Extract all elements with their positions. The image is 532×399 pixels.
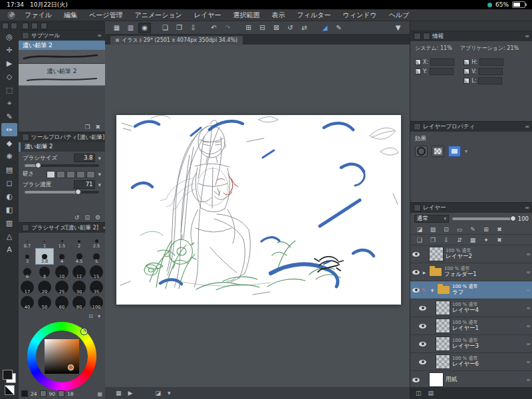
density-slider-knob[interactable] [75,189,81,195]
brush-size-cell[interactable]: 20 [36,279,53,295]
new-layer-folder-icon[interactable]: ❐ [427,235,439,244]
brush-size-cell[interactable]: 15 [88,264,105,279]
airbrush-tool[interactable]: ❋ [1,150,17,163]
rotate-view-icon[interactable]: ↺ [284,23,297,33]
panel-tab-icon[interactable] [414,33,421,40]
brush-size-cell[interactable]: 2.5 [88,233,105,249]
layer-opacity-slider[interactable] [452,217,515,220]
brush-size-cell[interactable]: 6 [19,264,36,279]
brush-size-cell[interactable]: 3 [19,249,36,264]
open-file-icon[interactable]: ❐ [173,23,186,33]
workspace-grid-icon[interactable]: ▦ [110,23,123,33]
visibility-eye-icon[interactable] [412,270,420,275]
new-raster-layer-icon[interactable]: ❏ [414,235,426,244]
snap-to-special-ruler-icon[interactable]: ⊟ [256,23,269,33]
brush-size-cell[interactable]: 10 [53,264,70,279]
toolbar-overflow-icon[interactable]: ▼ [392,23,404,33]
tool-settings-gear-icon[interactable]: ⚙ [95,214,100,221]
panel-menu-icon[interactable]: ≡ [97,33,102,39]
layer-row[interactable]: 100 % 通常 レイヤー2 ≡ [410,245,532,263]
panel-tab-icon[interactable] [414,123,421,130]
ruler-icon[interactable]: ⊞ [480,225,492,233]
sv-marker[interactable] [68,364,74,370]
tone-effect-icon[interactable] [432,146,444,157]
panel-tab-icon[interactable] [423,33,430,40]
menu-help[interactable]: ヘルプ [383,9,416,21]
pen-pressure-icon[interactable]: ▾ [98,171,101,178]
figure-tool[interactable]: △ [1,229,17,243]
snap-to-ruler-icon[interactable]: ⊞ [242,23,255,33]
panel-tab-icon[interactable] [41,23,47,29]
compare-view-icon[interactable]: ◪ [155,390,161,396]
hardness-steps[interactable] [47,171,95,178]
menu-file[interactable]: ファイル [19,9,58,21]
hardness-step[interactable] [57,171,65,178]
menu-view[interactable]: 表示 [266,9,291,21]
brush-size-cell[interactable]: 35 [88,279,105,295]
menu-edit[interactable]: 編集 [58,9,83,21]
brush-size-cell[interactable]: 25 [53,279,70,295]
menu-layer[interactable]: レイヤー [188,9,227,21]
brush-size-cell[interactable]: 4 [53,249,70,264]
enable-mask-icon[interactable]: ▭ [454,225,466,233]
brush-size-cell[interactable]: 17 [19,279,36,295]
layer-menu-icon[interactable]: ≡ [526,377,531,383]
delete-option-icon[interactable]: ✖ [493,225,505,233]
decoration-tool[interactable]: ▤ [1,163,17,176]
subtool-item-selected[interactable]: 濃い鉛筆 2 [19,41,105,50]
brush-size-cell[interactable]: 12 [70,264,88,279]
brush-size-cell[interactable]: 80 [70,295,88,310]
panel-tab-icon[interactable] [31,23,38,29]
create-mask-icon[interactable]: ▦ [467,235,479,244]
switch-bw-color-icon[interactable] [5,385,15,395]
panel-tab-icon[interactable] [22,32,29,39]
layer-menu-icon[interactable]: ≡ [526,251,531,257]
expand-arrow-icon[interactable]: ▶ [422,270,427,275]
pen-tool[interactable]: ✎ [1,110,17,123]
pen-pressure-icon[interactable]: ▾ [98,182,101,188]
brush-size-cell[interactable]: 100 [88,295,105,310]
main-color-swatch[interactable] [3,370,13,380]
brush-size-slider[interactable] [25,164,99,167]
layer-menu-icon[interactable]: ≡ [526,287,531,293]
layer-row[interactable]: 100 % 通常 レイヤー6 ≡ [410,353,532,371]
expand-arrow-icon[interactable]: ▼ [430,288,435,293]
layer-menu-icon[interactable]: ≡ [526,341,531,347]
blend-tool[interactable]: ◐ [1,190,17,203]
transfer-to-lower-layer-icon[interactable]: ⇩ [440,235,452,244]
color-panel-menu-icon[interactable]: ▾ [98,313,100,319]
redo-icon[interactable]: ↷ [221,23,234,33]
selection-launcher-icon[interactable]: ◢ [319,23,331,33]
layer-move-tool[interactable]: ◇ [1,70,17,83]
menu-window[interactable]: ウィンドウ [336,9,382,21]
clip-studio-logo-icon[interactable] [7,11,16,20]
fill-tool[interactable]: ◧ [1,203,17,216]
layer-color-effect-icon[interactable] [448,146,461,157]
visibility-eye-icon[interactable] [412,378,420,382]
layer-opacity-knob[interactable] [510,215,516,221]
layer-menu-icon[interactable]: ≡ [526,323,531,329]
hardness-step[interactable] [86,171,95,178]
field-check-icon[interactable] [415,59,421,65]
border-effect-icon[interactable] [415,146,428,157]
layer-thumbnail[interactable] [436,354,450,369]
color-chip-icon[interactable] [58,390,65,397]
visibility-eye-icon[interactable] [419,324,426,329]
density-value[interactable]: 71 [74,180,95,189]
panel-menu-icon[interactable]: ≡ [525,33,529,39]
layer-menu-icon[interactable]: ≡ [526,359,531,365]
snap-to-grid-icon[interactable]: ⊠ [270,23,283,33]
visibility-eye-icon[interactable] [412,288,420,293]
hardness-step[interactable] [47,171,55,178]
brush-size-cell[interactable]: 5 [88,249,105,264]
layer-menu-icon[interactable]: ≡ [526,305,531,311]
brush-size-cell[interactable]: 1 [36,233,53,249]
menu-page-management[interactable]: ページ管理 [83,9,128,21]
duplicate-subtool-icon[interactable]: ❐ [84,124,90,130]
merge-with-lower-layer-icon[interactable]: ⇵ [454,235,466,244]
color-chip-icon[interactable] [21,390,28,397]
visibility-eye-icon[interactable] [419,306,426,311]
subtool-item[interactable]: 濃い鉛筆 2 [19,64,105,86]
brush-size-cell[interactable]: 1.5 [53,233,70,249]
reset-tool-icon[interactable]: ↺ [74,214,80,221]
